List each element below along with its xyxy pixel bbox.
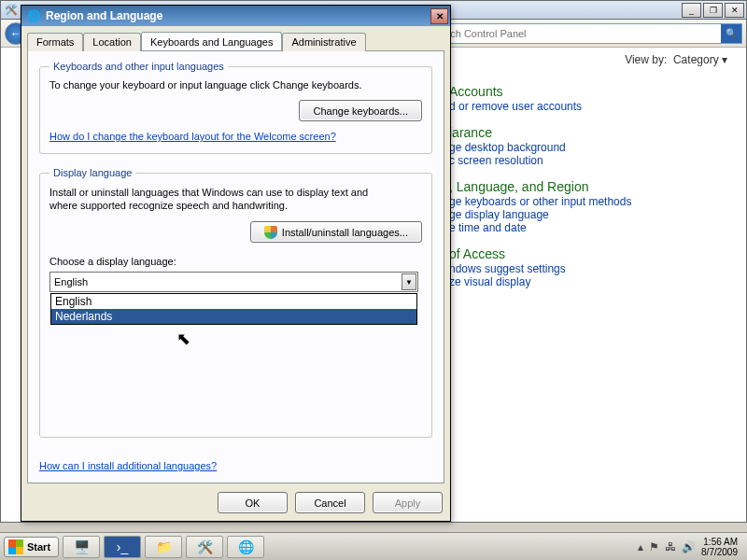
task-explorer[interactable]: 📁: [145, 536, 182, 558]
chevron-down-icon[interactable]: ▼: [402, 273, 416, 290]
search-icon[interactable]: 🔍: [721, 24, 741, 43]
clock-time: 1:56 AM: [701, 537, 738, 547]
dialog-close-button[interactable]: ✕: [430, 8, 448, 24]
taskbar: Start 🖥️ ›_ 📁 🛠️ 🌐 ▴ ⚑ 🖧 🔊 1:56 AM 8/7/2…: [0, 532, 747, 560]
search-box[interactable]: 🔍: [422, 23, 742, 44]
start-label: Start: [27, 541, 50, 553]
shield-icon: [264, 226, 277, 239]
language-option-english[interactable]: English: [51, 294, 416, 309]
clock-date: 8/7/2009: [701, 547, 738, 557]
additional-languages-link[interactable]: How can I install additional languages?: [39, 460, 217, 471]
keyboards-legend: Keyboards and other input languages: [49, 61, 228, 72]
display-language-legend: Display language: [49, 167, 135, 178]
category-link[interactable]: ge keyboards or other input methods: [449, 195, 727, 208]
search-input[interactable]: [423, 28, 721, 39]
category-link[interactable]: e time and date: [449, 221, 727, 234]
change-keyboards-button[interactable]: Change keyboards...: [299, 100, 422, 121]
category-title: , Language, and Region: [449, 180, 727, 193]
tab-strip: Formats Location Keyboards and Languages…: [27, 32, 444, 50]
category-link[interactable]: c screen resolution: [449, 154, 727, 167]
display-language-text: Install or uninstall languages that Wind…: [49, 186, 386, 212]
category-link[interactable]: ge display language: [449, 208, 727, 221]
task-region-language[interactable]: 🌐: [227, 536, 264, 558]
language-selected: English: [54, 276, 88, 287]
tray-network-icon[interactable]: 🖧: [665, 540, 676, 553]
ok-button[interactable]: OK: [218, 492, 288, 513]
maximize-button[interactable]: ❐: [703, 3, 723, 18]
minimize-button[interactable]: _: [682, 3, 701, 18]
keyboards-group: Keyboards and other input languages To c…: [39, 61, 432, 154]
tab-location[interactable]: Location: [83, 33, 141, 51]
language-option-nederlands[interactable]: Nederlands: [51, 309, 416, 324]
category-link[interactable]: ge desktop background: [449, 141, 727, 154]
apply-button[interactable]: Apply: [373, 492, 443, 513]
region-language-dialog: 🌐 Region and Language ✕ Formats Location…: [21, 5, 451, 522]
clock[interactable]: 1:56 AM 8/7/2009: [701, 537, 738, 557]
task-server-manager[interactable]: 🖥️: [63, 536, 100, 558]
task-powershell[interactable]: ›_: [104, 536, 141, 558]
cancel-button[interactable]: Cancel: [295, 492, 365, 513]
task-control-panel[interactable]: 🛠️: [186, 536, 223, 558]
close-button[interactable]: ✕: [725, 3, 744, 18]
display-language-group: Display language Install or uninstall la…: [39, 167, 432, 438]
category-link[interactable]: d or remove user accounts: [449, 100, 727, 113]
tray-flag-icon[interactable]: ⚑: [649, 540, 659, 553]
view-by-label: View by:: [625, 53, 667, 66]
view-by-value[interactable]: Category: [673, 53, 719, 66]
language-combobox[interactable]: English ▼ English Nederlands: [49, 272, 418, 292]
category-link[interactable]: ze visual display: [449, 275, 727, 288]
windows-logo-icon: [8, 539, 23, 554]
tab-panel: Keyboards and other input languages To c…: [27, 50, 444, 483]
dialog-title-text: Region and Language: [46, 9, 162, 22]
install-languages-button[interactable]: Install/uninstall languages...: [250, 221, 422, 243]
tray-chevron-icon[interactable]: ▴: [638, 540, 643, 553]
language-dropdown-list: English Nederlands: [50, 293, 417, 325]
tab-formats[interactable]: Formats: [27, 33, 83, 51]
start-button[interactable]: Start: [4, 537, 59, 557]
category-title: Accounts: [449, 85, 727, 98]
keyboards-text: To change your keyboard or input languag…: [49, 79, 422, 91]
tab-administrative[interactable]: Administrative: [282, 33, 365, 51]
tab-keyboards-languages[interactable]: Keyboards and Languages: [141, 32, 283, 50]
tray-volume-icon[interactable]: 🔊: [682, 540, 696, 553]
keyboard-help-link[interactable]: How do I change the keyboard layout for …: [49, 131, 336, 142]
category-title: of Access: [449, 247, 727, 260]
globe-icon: 🌐: [27, 9, 41, 22]
category-title: larance: [449, 126, 727, 139]
category-link[interactable]: ndows suggest settings: [449, 262, 727, 275]
cp-icon: 🛠️: [5, 4, 18, 16]
dialog-titlebar[interactable]: 🌐 Region and Language ✕: [21, 6, 450, 26]
dialog-buttons: OK Cancel Apply: [218, 492, 443, 513]
cp-categories: Accounts d or remove user accounts laran…: [449, 85, 727, 301]
view-by: View by: Category ▾: [625, 53, 727, 66]
choose-language-label: Choose a display language:: [49, 256, 422, 267]
system-tray: ▴ ⚑ 🖧 🔊 1:56 AM 8/7/2009: [638, 537, 743, 557]
